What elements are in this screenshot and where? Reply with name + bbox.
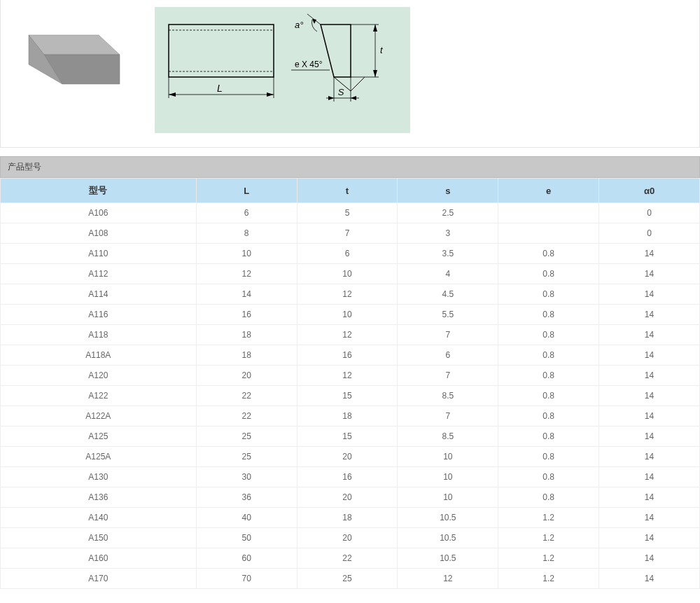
dim-S-label: S: [338, 87, 344, 97]
cell-t: 10: [297, 264, 398, 284]
cell-s: 8.5: [398, 386, 498, 406]
cell-s: 7: [398, 325, 498, 345]
cell-model: A122: [1, 386, 197, 406]
cell-t: 20: [297, 487, 398, 508]
cell-e: 0.8: [498, 427, 599, 447]
cell-a0: 14: [599, 264, 700, 284]
cell-s: 7: [398, 406, 498, 427]
cell-a0: 14: [599, 284, 700, 305]
cell-a0: 14: [599, 244, 700, 264]
spec-table: 型号Ltseα0 A106652.50A1088730A1101063.50.8…: [0, 178, 700, 589]
cell-t: 15: [297, 386, 398, 406]
cell-L: 60: [196, 548, 297, 569]
cell-a0: 0: [599, 203, 700, 223]
svg-marker-9: [169, 92, 176, 97]
cell-L: 50: [196, 528, 297, 548]
cell-s: 10: [398, 467, 498, 487]
cell-model: A112: [1, 264, 197, 284]
table-row: A1707025121.214: [1, 569, 700, 589]
cell-s: 10.5: [398, 548, 498, 569]
table-row: A112121040.814: [1, 264, 700, 284]
cell-t: 18: [297, 406, 398, 427]
svg-rect-3: [169, 25, 274, 77]
svg-marker-16: [373, 25, 377, 32]
col-header: 型号: [1, 179, 197, 203]
cell-L: 16: [196, 305, 297, 325]
cell-model: A125: [1, 427, 197, 447]
chamfer-label: e X 45°: [295, 60, 323, 69]
cell-model: A170: [1, 569, 197, 589]
svg-marker-0: [29, 35, 120, 55]
product-3d-render: [1, 7, 134, 98]
svg-marker-11: [321, 25, 351, 77]
cell-a0: 14: [599, 569, 700, 589]
col-header: α0: [599, 179, 700, 203]
cell-e: 0.8: [498, 467, 599, 487]
cell-s: 10.5: [398, 528, 498, 548]
cell-e: 1.2: [498, 528, 599, 548]
cell-s: 4.5: [398, 284, 498, 305]
cell-t: 12: [297, 284, 398, 305]
cell-L: 22: [196, 406, 297, 427]
table-row: A150502010.51.214: [1, 528, 700, 548]
technical-diagram: L a° t e X 45° S: [155, 7, 410, 133]
table-row: A11616105.50.814: [1, 305, 700, 325]
cell-t: 5: [297, 203, 398, 223]
cell-s: 8.5: [398, 427, 498, 447]
cell-t: 22: [297, 548, 398, 569]
cell-model: A150: [1, 528, 197, 548]
cell-e: 0.8: [498, 325, 599, 345]
cell-model: A136: [1, 487, 197, 508]
cell-model: A116: [1, 305, 197, 325]
cell-e: [498, 223, 599, 244]
cell-L: 8: [196, 223, 297, 244]
cell-L: 30: [196, 467, 297, 487]
cell-a0: 14: [599, 487, 700, 508]
angle-label: a°: [295, 20, 303, 30]
cell-L: 25: [196, 427, 297, 447]
svg-marker-25: [351, 96, 356, 100]
cell-e: 0.8: [498, 406, 599, 427]
cell-t: 12: [297, 325, 398, 345]
cell-L: 6: [196, 203, 297, 223]
table-row: A140401810.51.214: [1, 508, 700, 528]
cell-t: 25: [297, 569, 398, 589]
cell-model: A140: [1, 508, 197, 528]
section-header: 产品型号: [0, 156, 700, 178]
cell-a0: 14: [599, 406, 700, 427]
cell-e: 0.8: [498, 305, 599, 325]
cell-s: 6: [398, 345, 498, 366]
cell-model: A130: [1, 467, 197, 487]
cell-t: 15: [297, 427, 398, 447]
cell-a0: 14: [599, 305, 700, 325]
cell-s: 3: [398, 223, 498, 244]
cell-model: A122A: [1, 406, 197, 427]
cell-a0: 14: [599, 325, 700, 345]
cell-t: 18: [297, 508, 398, 528]
cell-e: 0.8: [498, 386, 599, 406]
cell-L: 20: [196, 366, 297, 386]
cell-e: [498, 203, 599, 223]
cell-L: 25: [196, 447, 297, 467]
cell-e: 0.8: [498, 366, 599, 386]
cell-e: 0.8: [498, 447, 599, 467]
cell-s: 3.5: [398, 244, 498, 264]
cell-L: 18: [196, 345, 297, 366]
top-section: L a° t e X 45° S: [0, 0, 700, 148]
table-row: A12525158.50.814: [1, 427, 700, 447]
svg-marker-17: [373, 70, 377, 77]
cell-model: A160: [1, 548, 197, 569]
cell-a0: 14: [599, 345, 700, 366]
cell-e: 1.2: [498, 548, 599, 569]
cell-model: A114: [1, 284, 197, 305]
cell-a0: 14: [599, 548, 700, 569]
cell-e: 0.8: [498, 244, 599, 264]
table-row: A1101063.50.814: [1, 244, 700, 264]
cell-L: 18: [196, 325, 297, 345]
cell-e: 0.8: [498, 345, 599, 366]
cell-L: 22: [196, 386, 297, 406]
svg-marker-24: [328, 96, 334, 100]
cell-a0: 14: [599, 528, 700, 548]
table-row: A118A181660.814: [1, 345, 700, 366]
cell-a0: 14: [599, 447, 700, 467]
